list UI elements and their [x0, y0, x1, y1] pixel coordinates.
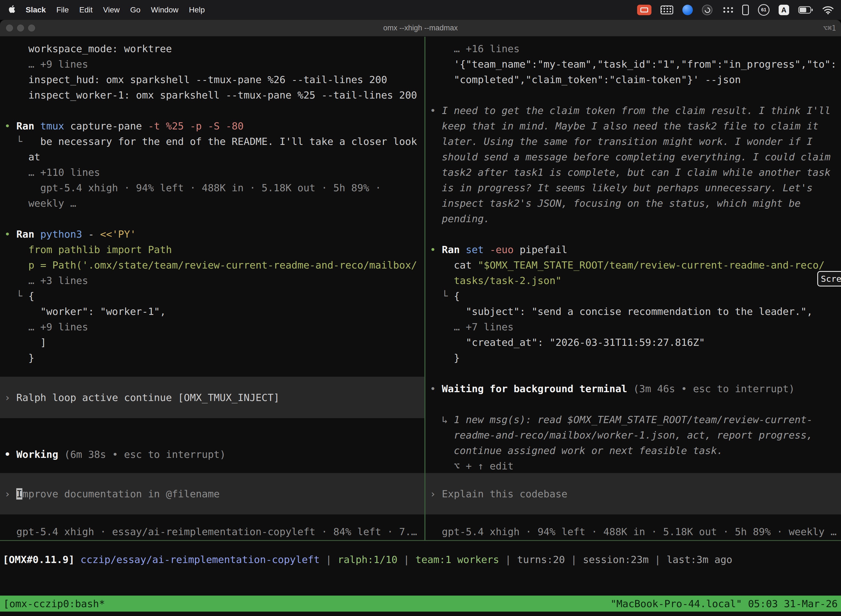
text-segment: "worker": "worker-1", [40, 306, 166, 317]
text-segment: • [430, 105, 442, 116]
text-segment: "subject": "send a concise recommendatio… [466, 306, 813, 317]
terminal-line: tasks/task-2.json" [425, 273, 841, 288]
text-segment: session:23m [583, 554, 648, 565]
screen-recording-indicator[interactable] [637, 5, 652, 15]
text-segment: continue assigned work or next feasible … [454, 445, 723, 456]
working-status: • Working (6m 38s • esc to interrupt) [0, 447, 424, 462]
terminal-line: ] [0, 335, 424, 350]
terminal-line: "completed","claim_token":"claim-token"}… [425, 72, 841, 88]
text-segment: python3 [40, 229, 88, 240]
text-segment: inspect_hud: omx sparkshell --tmux-pane … [28, 74, 387, 85]
menu-status-icons: 61 A [637, 4, 834, 16]
terminal-line: inspect_worker-1: omx sparkshell --tmux-… [0, 88, 424, 103]
text-segment: gpt-5.4 xhigh · 94% left · 488K in · 5.1… [442, 526, 836, 537]
model-status-left: gpt-5.4 xhigh · essay/ai-reimplementatio… [0, 524, 424, 540]
pane-right-flow: … +16 lines'{"team_name":"my-team","task… [425, 37, 841, 474]
omx-session-status: [OMX#0.11.9] cczip/essay/ai-reimplementa… [0, 552, 841, 568]
text-segment: • [4, 229, 16, 240]
terminal-line: gpt-5.4 xhigh · 94% left · 488K in · 5.1… [0, 180, 424, 196]
text-segment: • [4, 449, 16, 460]
text-segment: tasks/task-2.json" [454, 275, 561, 286]
spacer [0, 418, 424, 447]
window-titlebar[interactable]: omx --xhigh --madmax ⌥⌘1 [0, 20, 841, 37]
text-segment: be necessary for the end of the README. … [40, 136, 417, 147]
text-segment: • [430, 244, 442, 255]
terminal-line: weekly … [0, 196, 424, 211]
tmux-status-bar: [omx-cczip0:bash* "MacBook-Pro-44.local"… [0, 595, 841, 612]
terminal-line [425, 366, 841, 381]
minimize-button[interactable] [17, 25, 24, 31]
terminal-line: "worker": "worker-1", [0, 304, 424, 319]
text-segment: { [454, 290, 460, 302]
text-segment: last:3m ago [667, 554, 732, 565]
text-segment: tmux [40, 120, 70, 132]
window-title: omx --xhigh --madmax [383, 24, 458, 32]
input-source-badge[interactable]: A [779, 5, 789, 15]
terminal-line: … +9 lines [0, 319, 424, 335]
terminal-line: inspect task2's JSON, focusing on the st… [425, 196, 841, 211]
text-segment: … +110 lines [28, 167, 100, 178]
text-segment: task2 after task1 is complete, but can I… [442, 167, 831, 178]
dots-grid-icon[interactable] [722, 6, 733, 14]
terminal-line: … +110 lines [0, 165, 424, 180]
text-segment: cczip/essay/ai-reimplementation-copyleft [81, 554, 320, 565]
text-segment: ↳ [442, 414, 454, 425]
apple-menu[interactable] [4, 5, 21, 15]
text-segment: cat [454, 260, 478, 271]
terminal-window: omx --xhigh --madmax ⌥⌘1 workspace_mode:… [0, 20, 841, 616]
zoom-button[interactable] [28, 25, 35, 31]
battery-icon[interactable] [798, 6, 813, 14]
menu-window[interactable]: Window [146, 6, 184, 14]
terminal-line: '{"team_name":"my-team","task_id":"1","f… [425, 57, 841, 72]
text-segment: turns:20 [517, 554, 565, 565]
text-segment: └ [16, 136, 40, 147]
text-segment: should send a message before completing … [442, 151, 831, 163]
text-segment: (6m 38s • esc to interrupt) [64, 449, 226, 460]
text-segment: … +16 lines [454, 43, 520, 54]
text-segment: … +3 lines [28, 275, 88, 286]
menu-items: FileEditViewGoWindowHelp [51, 6, 210, 14]
ran-python-line: • Ran python3 - <<'PY' [0, 227, 424, 242]
tmux-host-clock: "MacBook-Pro-44.local" 05:03 31-Mar-26 [610, 598, 838, 609]
ralph-loop-banner: › Ralph loop active continue [OMX_TMUX_I… [0, 377, 424, 418]
dark-app-icon[interactable] [702, 5, 712, 15]
menu-edit[interactable]: Edit [74, 6, 98, 14]
menu-file[interactable]: File [51, 6, 74, 14]
text-segment: Ran [16, 120, 40, 132]
display-icon [640, 7, 648, 12]
terminal-line [425, 88, 841, 103]
text-segment: | [649, 554, 667, 565]
prompt-input-right[interactable]: › Explain this codebase [425, 473, 841, 515]
terminal-line: ⌥ + ↑ edit [425, 458, 841, 474]
terminal-line: … +7 lines [425, 319, 841, 335]
text-segment: "completed","claim_token":"claim-token"}… [454, 74, 741, 85]
wifi-icon[interactable] [822, 6, 834, 14]
prompt-input-left[interactable]: › Improve documentation in @filename [0, 473, 424, 515]
text-segment: at [28, 151, 40, 163]
menu-go[interactable]: Go [125, 6, 146, 14]
text-segment: (3m 46s • esc to interrupt) [633, 383, 795, 395]
screenshot-overlay[interactable]: Scre [817, 271, 841, 286]
keyboard-icon[interactable] [661, 6, 673, 14]
terminal-line [0, 103, 424, 119]
waiting-status: • Waiting for background terminal (3m 46… [425, 381, 841, 397]
terminal-line: └ { [425, 288, 841, 304]
text-segment: | [499, 554, 517, 565]
terminal-line: … +16 lines [425, 41, 841, 57]
terminal-pane-left: workspace_mode: worktree… +9 linesinspec… [0, 37, 424, 540]
battery-percent-badge[interactable]: 61 [758, 4, 769, 16]
phone-mirror-icon[interactable] [742, 5, 749, 15]
text-segment: { [28, 290, 35, 302]
text-segment: └ [442, 290, 454, 302]
menu-view[interactable]: View [98, 6, 125, 14]
text-segment: "created_at": "2026-03-31T11:59:27.816Z" [466, 337, 705, 348]
text-segment: └ [16, 290, 28, 302]
tmux-session-name: [omx-cczip0:bash* [3, 598, 105, 609]
close-button[interactable] [6, 25, 13, 31]
blue-app-icon[interactable] [682, 5, 693, 15]
text-segment: Ralph loop active continue [OMX_TMUX_INJ… [16, 392, 280, 403]
menu-help[interactable]: Help [184, 6, 210, 14]
terminal-line: … +3 lines [0, 273, 424, 288]
text-segment: ] [40, 337, 46, 348]
app-menu-slack[interactable]: Slack [21, 6, 51, 14]
